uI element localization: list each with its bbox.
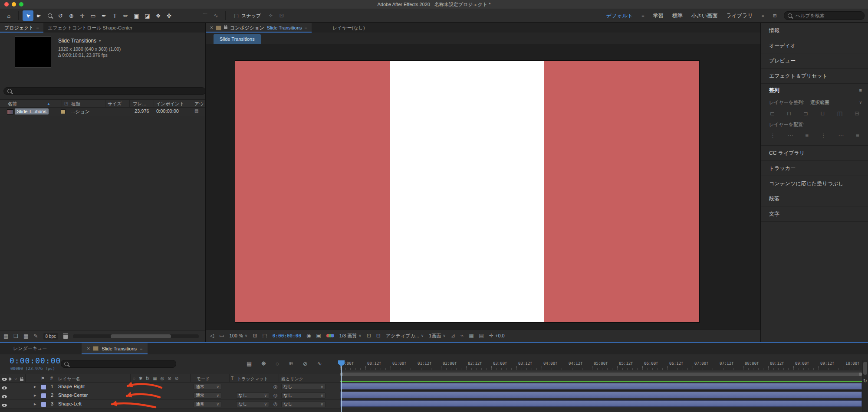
workspace-menu-icon[interactable]: ≡ [641,13,644,18]
layer-label-swatch[interactable] [41,393,46,399]
layer-bar-shape-left[interactable] [340,400,862,407]
panel-effects-presets[interactable]: エフェクト＆プリセット [761,69,868,84]
parent-select[interactable]: なし ∨ [281,384,326,390]
layer-label-swatch[interactable] [41,384,46,390]
motion-blur-icon[interactable]: ⊘ [303,360,308,367]
tab-render-queue[interactable]: レンダーキュー [0,343,54,354]
expand-icon[interactable]: ▸ [34,384,36,389]
roi-icon[interactable]: ⊡ [367,333,371,339]
frame-blend-icon[interactable]: ≋ [289,360,293,367]
tab-composition[interactable]: × コンポジション Slide Transitions ≡ [206,23,312,33]
workspace-standard[interactable]: 標準 [672,12,683,20]
trackmatte-select[interactable]: なし ∨ [236,401,269,407]
camera-tool[interactable]: ⊚ [66,10,77,21]
graph-editor-icon[interactable]: ∿ [317,360,322,367]
hand-tool[interactable]: ☛ [33,10,44,21]
panel-content-aware-fill[interactable]: コンテンツに応じた塗りつぶし [761,176,868,191]
effects-icon[interactable]: fx [146,376,149,381]
fast-previews-icon[interactable]: ⌁ [460,333,464,339]
roto-brush-tool[interactable]: ❖ [153,10,164,21]
pixel-aspect-icon[interactable]: ⊿ [451,333,455,339]
view-layout-select[interactable]: 1画面 ∨ [429,333,446,339]
number-column-label[interactable]: # [50,376,53,381]
distribute-v-center-icon[interactable]: ⋯ [788,132,793,139]
column-framerate[interactable]: フレ... [133,101,146,107]
blend-mode-select[interactable]: 通常 ∨ [194,401,221,407]
trackmatte-select[interactable]: なし ∨ [236,392,269,399]
column-type[interactable]: 種類 [71,101,80,107]
pen-tool[interactable]: ✒ [99,10,109,21]
puppet-pin-tool[interactable]: ✜ [164,10,174,21]
project-search-input[interactable] [15,88,202,94]
comp-name-row[interactable]: Slide Transitions ▾ [58,38,101,44]
eraser-tool[interactable]: ◪ [142,10,153,21]
panel-character[interactable]: 文字 [761,206,868,222]
rotobezier-option[interactable]: ∿ [210,10,221,21]
tab-timeline-comp[interactable]: × Slide Transitions ≡ [82,343,148,354]
audio-column-icon[interactable] [9,378,10,380]
workspace-default[interactable]: デフォルト [606,12,633,20]
mini-flowchart-icon[interactable]: ▤ [247,360,252,367]
comp-marker-icon[interactable]: ↻ [863,378,867,384]
new-folder-icon[interactable]: ❏ [13,333,18,339]
distribute-top-icon[interactable]: ⋮ [770,132,776,139]
quality-icon[interactable]: ▦ [153,376,157,381]
media-browser-icon[interactable]: ⊞ [773,13,777,19]
panel-preview[interactable]: プレビュー [761,53,868,69]
blend-mode-select[interactable]: 通常 ∨ [194,392,221,399]
interpret-footage-icon[interactable]: ▤ [3,333,8,339]
channels-icon[interactable] [326,334,334,337]
parent-link-column-label[interactable]: 親とリンク [281,376,303,382]
zoom-window-button[interactable] [19,2,23,7]
parent-select[interactable]: なし ∨ [281,401,326,407]
layer-bar-shape-right[interactable] [340,383,862,389]
close-icon[interactable]: × [210,25,213,31]
rectangle-tool[interactable]: ▭ [88,10,99,21]
composition-canvas[interactable] [235,61,699,322]
visibility-toggle[interactable] [2,395,7,398]
viewer-tab[interactable]: Slide Transitions [214,34,261,44]
layer-label-swatch[interactable] [41,402,46,407]
align-center-v-icon[interactable]: ◫ [837,110,842,117]
panel-paragraph[interactable]: 段落 [761,191,868,206]
3d-layer-icon[interactable]: ⊙ [175,376,178,381]
frame-blend-col-icon[interactable]: ◎ [161,376,164,381]
label-column-icon[interactable]: ◳ [64,101,68,106]
align-target-select[interactable]: 選択範囲 [810,99,829,106]
layer-row-1[interactable]: ▸ 1 Shape-Right 通常 ∨ ◎ なし ∨ [0,383,340,391]
workspace-libraries[interactable]: ライブラリ [726,12,753,20]
item-label-swatch[interactable] [61,109,66,114]
panel-menu-icon[interactable]: ≡ [140,346,142,351]
motion-blur-col-icon[interactable]: ⊘ [168,376,171,381]
workspace-small-screen[interactable]: 小さい画面 [691,12,718,20]
column-name[interactable]: 名前 [8,101,17,107]
timeline-button-icon[interactable]: ▦ [469,333,473,339]
project-item-row[interactable]: Slide T...itions ...ション 23.976 0:00:00:0… [0,108,205,116]
tab-layer[interactable]: レイヤー(なし) [328,23,369,33]
mode-column-label[interactable]: モード [197,376,210,382]
visibility-toggle[interactable] [2,386,7,389]
orbit-camera-tool[interactable]: ↺ [55,10,66,21]
workspace-learn[interactable]: 学習 [653,12,664,20]
align-bottom-icon[interactable]: ⊟ [855,110,859,117]
pickwhip-icon[interactable]: ◎ [273,401,278,407]
lock-column-icon[interactable] [20,379,23,381]
layer-row-3[interactable]: ▸ 3 Shape-Left 通常 ∨ なし ∨ ◎ なし ∨ [0,400,340,409]
collapse-transforms-icon[interactable]: ✱ [139,376,142,381]
align-left-icon[interactable]: ⊏ [770,110,775,117]
exposure-control[interactable]: ✛ +0.0 [489,333,505,339]
panel-info[interactable]: 情報 [761,23,868,38]
distribute-left-icon[interactable]: ⋮ [821,132,826,139]
flowchart-icon[interactable]: ▤ [479,333,484,339]
clone-stamp-tool[interactable]: ▣ [131,10,142,21]
type-tool[interactable]: T [109,10,120,21]
panel-menu-icon[interactable]: ≡ [305,25,307,30]
snapshot-icon[interactable]: ◉ [306,333,311,339]
shape-right-fill[interactable] [544,61,699,322]
layer-name[interactable]: Shape-Center [58,392,88,398]
work-area-bar[interactable] [340,373,862,376]
zoom-tool[interactable] [44,10,55,21]
camera-select[interactable]: アクティブカ... ∨ [386,333,424,339]
project-settings-icon[interactable]: ✎ [33,333,38,339]
minimize-window-button[interactable] [12,2,16,7]
